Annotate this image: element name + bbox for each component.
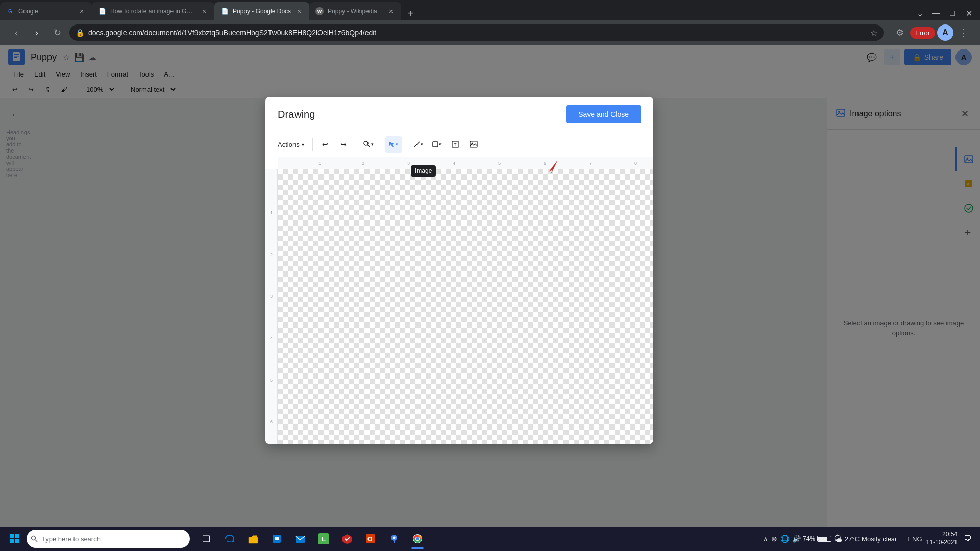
taskbar-apps: L O bbox=[218, 528, 429, 550]
more-button[interactable]: ⋮ bbox=[955, 24, 972, 41]
new-tab-button[interactable]: + bbox=[403, 6, 418, 20]
forward-button[interactable]: › bbox=[29, 24, 45, 41]
svg-rect-28 bbox=[296, 536, 305, 543]
tab-docs[interactable]: 📄 Puppy - Google Docs × bbox=[214, 2, 309, 20]
clock-time: 20:54 bbox=[926, 531, 958, 539]
docs-background: Puppy ☆ 💾 ☁ 💬 + 🔒 Share A bbox=[0, 45, 980, 527]
maximize-button[interactable]: □ bbox=[945, 6, 960, 20]
tab-rotate-close[interactable]: × bbox=[200, 7, 208, 15]
tray-speaker-icon[interactable]: 🔊 bbox=[792, 535, 801, 543]
tab-google-close[interactable]: × bbox=[78, 7, 86, 15]
svg-rect-20 bbox=[15, 534, 19, 538]
zoom-dropdown-icon: ▾ bbox=[371, 142, 374, 147]
select-dropdown-icon: ▾ bbox=[396, 142, 398, 147]
weather-temp: 27°C bbox=[845, 535, 860, 543]
canvas-content-area[interactable] bbox=[278, 169, 653, 444]
taskbar-mcafee[interactable] bbox=[336, 528, 358, 550]
red-arrow-indicator bbox=[542, 158, 562, 181]
ruler-mark-v1: 1 bbox=[270, 210, 273, 215]
ruler-mark-5: 5 bbox=[498, 161, 501, 166]
drawing-title: Drawing bbox=[278, 109, 566, 120]
tab-google[interactable]: G Google × bbox=[0, 2, 92, 20]
weather-icon: 🌤 bbox=[834, 534, 843, 544]
tab-bar-actions: ⌄ — □ ✕ bbox=[909, 6, 980, 20]
tab-wikipedia-close[interactable]: × bbox=[387, 7, 395, 15]
save-close-button[interactable]: Save and Close bbox=[566, 105, 641, 123]
svg-line-5 bbox=[368, 145, 371, 148]
taskbar-edge[interactable] bbox=[218, 528, 241, 550]
image-tooltip: Image bbox=[411, 165, 436, 177]
svg-point-23 bbox=[32, 536, 36, 540]
svg-rect-21 bbox=[10, 539, 14, 543]
svg-point-35 bbox=[416, 537, 419, 540]
line-tool-button[interactable]: ▾ bbox=[410, 136, 427, 153]
address-text: docs.google.com/document/d/1Vf9xbztq5uBu… bbox=[88, 29, 866, 37]
actions-button[interactable]: Actions ▾ bbox=[274, 139, 308, 151]
minimize-button[interactable]: — bbox=[929, 6, 943, 20]
address-icons: ☆ bbox=[870, 28, 877, 38]
tray-network-icon[interactable]: 🌐 bbox=[780, 535, 789, 543]
svg-line-24 bbox=[35, 540, 37, 542]
refresh-button[interactable]: ↻ bbox=[49, 24, 65, 41]
tab-rotate[interactable]: 📄 How to rotate an image in Goog... × bbox=[92, 2, 214, 20]
back-button[interactable]: ‹ bbox=[8, 24, 24, 41]
address-bar: ‹ › ↻ 🔒 docs.google.com/document/d/1Vf9x… bbox=[0, 20, 980, 45]
address-input[interactable]: 🔒 docs.google.com/document/d/1Vf9xbztq5u… bbox=[69, 24, 884, 41]
drawing-modal: Drawing Save and Close Actions ▾ ↩ bbox=[265, 98, 653, 444]
draw-redo-button[interactable]: ↪ bbox=[335, 136, 352, 153]
tab-list-button[interactable]: ⌄ bbox=[913, 6, 927, 20]
taskbar-gmaps[interactable] bbox=[383, 528, 405, 550]
actions-dropdown-icon: ▾ bbox=[302, 142, 304, 147]
taskbar-office[interactable]: O bbox=[359, 528, 382, 550]
image-tool-button[interactable] bbox=[465, 136, 482, 153]
taskview-button[interactable]: ❏ bbox=[196, 529, 216, 549]
shape-tool-button[interactable]: ▾ bbox=[429, 136, 445, 153]
main-area: Puppy ☆ 💾 ☁ 💬 + 🔒 Share A bbox=[0, 45, 980, 527]
text-tool-button[interactable]: T bbox=[447, 136, 463, 153]
docs-body: ← Headings you add to the document will … bbox=[0, 98, 980, 527]
docs-favicon: 📄 bbox=[220, 7, 229, 15]
taskbar: Type here to search ❏ L bbox=[0, 527, 980, 551]
taskbar-explorer[interactable] bbox=[242, 528, 264, 550]
notification-button[interactable]: 🗨 bbox=[960, 531, 976, 547]
docs-page-area: Drawing Save and Close Actions ▾ ↩ bbox=[31, 98, 827, 527]
ruler-mark-1: 1 bbox=[318, 161, 321, 166]
tab-wikipedia-label: Puppy - Wikipedia bbox=[328, 8, 383, 15]
extensions-button[interactable]: ⚙ bbox=[892, 24, 908, 41]
tray-up-arrow[interactable]: ∧ bbox=[763, 535, 768, 543]
tab-docs-label: Puppy - Google Docs bbox=[233, 8, 291, 15]
draw-undo-button[interactable]: ↩ bbox=[317, 136, 333, 153]
close-window-button[interactable]: ✕ bbox=[962, 6, 976, 20]
taskbar-lingo[interactable]: L bbox=[312, 528, 335, 550]
ruler-mark-2: 2 bbox=[362, 161, 364, 166]
tab-rotate-label: How to rotate an image in Goog... bbox=[110, 8, 196, 15]
battery-fill bbox=[818, 537, 827, 541]
svg-point-4 bbox=[364, 141, 368, 145]
modal-overlay: Drawing Save and Close Actions ▾ ↩ bbox=[31, 98, 827, 527]
taskbar-chrome[interactable] bbox=[406, 528, 429, 550]
taskbar-mail[interactable] bbox=[289, 528, 311, 550]
taskbar-store[interactable] bbox=[265, 528, 288, 550]
profile-button[interactable]: A bbox=[937, 24, 953, 41]
start-button[interactable] bbox=[4, 529, 24, 549]
weather-condition: Mostly clear bbox=[862, 535, 897, 543]
draw-zoom-button[interactable]: ▾ bbox=[360, 136, 377, 153]
ruler-mark-v6: 6 bbox=[270, 419, 273, 424]
battery-pct: 74% bbox=[803, 535, 815, 542]
clock-date: 11-10-2021 bbox=[926, 539, 958, 547]
taskbar-search-icon bbox=[31, 535, 38, 542]
taskbar-search-box[interactable]: Type here to search bbox=[27, 530, 190, 548]
star-icon[interactable]: ☆ bbox=[870, 28, 877, 38]
tray-usb-icon[interactable]: ⊛ bbox=[771, 535, 777, 543]
drawing-canvas[interactable]: Image 1 bbox=[265, 157, 653, 444]
actions-label: Actions bbox=[278, 141, 300, 148]
toolbar-sep-1 bbox=[312, 138, 313, 151]
svg-text:O: O bbox=[368, 536, 372, 543]
error-badge[interactable]: Error bbox=[910, 27, 935, 39]
taskbar-quick-icons: ❏ bbox=[196, 529, 216, 549]
select-tool-button[interactable]: ▾ bbox=[385, 136, 402, 153]
tab-docs-close[interactable]: × bbox=[295, 7, 303, 15]
system-clock[interactable]: 20:54 11-10-2021 bbox=[926, 531, 958, 546]
tab-wikipedia[interactable]: W Puppy - Wikipedia × bbox=[309, 2, 401, 20]
svg-point-32 bbox=[393, 537, 396, 539]
